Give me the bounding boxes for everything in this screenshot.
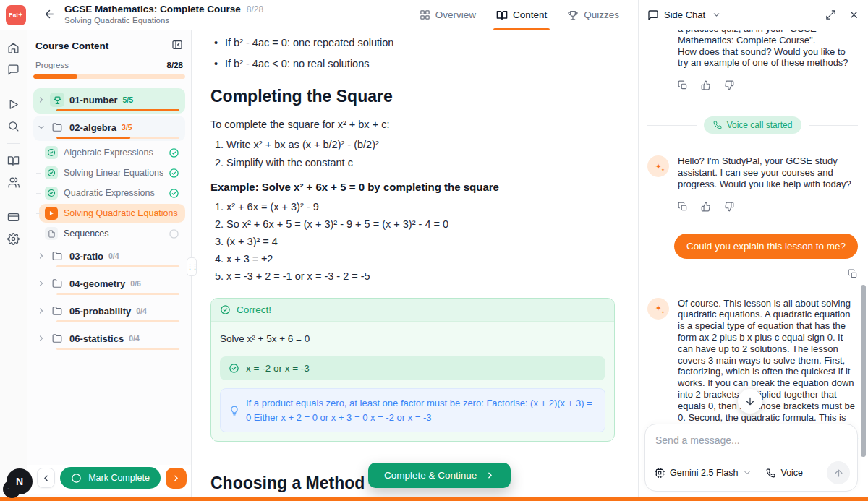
heading-completing-the-square: Completing the Square [210, 87, 616, 106]
library-icon[interactable] [7, 155, 20, 167]
mark-complete-button[interactable]: Mark Complete [60, 467, 161, 489]
completing-intro: To complete the square for x² + bx + c: [210, 119, 616, 130]
course-titles: GCSE Mathematics: Complete Course 8/28 S… [64, 4, 263, 25]
circle-icon [71, 473, 82, 484]
app-logo[interactable]: Pal✦ [6, 5, 26, 25]
previous-lesson-button[interactable] [37, 468, 55, 488]
section-06-statistics[interactable]: 06-statistics 0/4 [33, 327, 185, 352]
users-icon[interactable] [7, 176, 20, 189]
tab-overview[interactable]: Overview [420, 0, 476, 30]
bullet-item: If b² - 4ac < 0: no real solutions [210, 58, 616, 69]
section-label: 06-statistics [69, 333, 124, 344]
rail-divider [7, 200, 20, 200]
expand-icon[interactable] [825, 9, 836, 20]
quiz-hint-text: If a product equals zero, at least one f… [246, 396, 596, 424]
step-item: x = -3 + 2 = -1 or x = -3 - 2 = -5 [226, 270, 616, 282]
lesson-solving-linear-equations[interactable]: Solving Linear Equations [39, 163, 185, 182]
card-icon[interactable] [7, 211, 20, 223]
scroll-to-bottom-button[interactable] [738, 389, 762, 414]
quiz-question: Solve x² + 5x + 6 = 0 [220, 330, 605, 347]
panel-resize-handle[interactable]: ⋮⋮ [187, 257, 197, 276]
chat-scrollbar-thumb[interactable] [861, 285, 866, 457]
section-count: 0/4 [129, 334, 140, 343]
message-text: Hello? I'm StudyPal, your GCSE study ass… [678, 155, 858, 189]
section-04-geometry[interactable]: 04-geometry 0/6 [33, 272, 185, 297]
step-item: So x² + 6x + 5 = (x + 3)² - 9 + 5 = (x +… [226, 218, 616, 230]
tab-content[interactable]: Content [496, 0, 547, 30]
step-item: x + 3 = ±2 [226, 253, 616, 265]
avatar-initial: N [7, 468, 33, 494]
chevron-right-icon [36, 95, 46, 104]
book-icon [496, 9, 508, 21]
progress-bar [33, 74, 185, 79]
step-item: Write x² + bx as (x + b/2)² - (b/2)² [226, 139, 616, 150]
message-text: How does that sound? Would you like to t… [678, 46, 858, 69]
check-circle-icon [169, 168, 179, 179]
chat-message-input[interactable] [655, 434, 848, 446]
lesson-solving-quadratic-equations[interactable]: Solving Quadratic Equations [39, 204, 185, 223]
thumbs-down-icon[interactable] [724, 80, 734, 90]
close-icon[interactable] [848, 9, 859, 20]
lesson-content: If b² - 4ac = 0: one repeated solution I… [192, 30, 638, 497]
rail-divider [7, 87, 20, 87]
model-selector[interactable]: Gemini 2.5 Flash [655, 468, 752, 478]
lesson-nav-bar: Mark Complete [27, 465, 191, 494]
copy-icon[interactable] [678, 202, 688, 212]
copy-icon[interactable] [848, 269, 858, 279]
messages-icon[interactable] [7, 64, 20, 76]
chevron-right-icon [36, 334, 46, 343]
tab-quizzes[interactable]: Quizzes [567, 0, 619, 30]
next-lesson-button[interactable] [166, 468, 187, 489]
complete-and-continue-button[interactable]: Complete & Continue [368, 463, 511, 488]
sparkle-icon: ✦ [661, 167, 665, 172]
assistant-avatar: ✦✦ [647, 155, 669, 177]
user-avatar[interactable]: N [5, 467, 34, 496]
thumbs-up-icon[interactable] [701, 202, 711, 212]
send-message-button[interactable] [827, 461, 850, 484]
course-content-sidebar: Course Content Progress 8/28 01-number 5… [27, 30, 192, 497]
rail-divider [7, 143, 20, 144]
section-count: 0/4 [109, 252, 119, 260]
chevron-left-icon [41, 474, 51, 483]
lesson-subtitle: Solving Quadratic Equations [64, 16, 263, 25]
check-icon [45, 146, 58, 159]
quiz-hint: If a product equals zero, at least one f… [220, 388, 605, 432]
quiz-result-label: Correct! [237, 304, 271, 315]
side-chat-label: Side Chat [664, 9, 705, 20]
voice-button[interactable]: Voice [766, 468, 803, 478]
search-icon[interactable] [7, 120, 20, 132]
section-label: 01-number [69, 95, 117, 106]
trophy-icon [50, 93, 64, 107]
section-label: 05-probability [69, 306, 131, 317]
back-button[interactable] [43, 8, 56, 22]
top-tabs: Overview Content Quizzes [420, 0, 619, 30]
thumbs-up-icon[interactable] [701, 80, 711, 90]
phone-icon [713, 121, 722, 129]
quiz-answer: x = -2 or x = -3 [220, 356, 605, 380]
check-circle-icon [220, 304, 231, 315]
tab-quizzes-label: Quizzes [584, 9, 619, 20]
complete-and-continue-label: Complete & Continue [384, 470, 477, 481]
example-heading: Example: Solve x² + 6x + 5 = 0 by comple… [210, 181, 616, 193]
chat-input-box: Gemini 2.5 Flash Voice [644, 424, 858, 492]
chevron-down-icon[interactable] [712, 10, 721, 20]
tab-overview-label: Overview [435, 9, 476, 20]
collapse-sidebar-button[interactable] [171, 39, 183, 53]
play-icon[interactable] [7, 98, 20, 111]
section-05-probability[interactable]: 05-probability 0/4 [33, 299, 185, 325]
copy-icon[interactable] [678, 80, 688, 90]
check-icon [45, 187, 58, 200]
lesson-algebraic-expressions[interactable]: Algebraic Expressions [39, 143, 185, 162]
voice-label: Voice [780, 468, 803, 478]
thumbs-down-icon[interactable] [724, 202, 734, 212]
section-03-ratio[interactable]: 03-ratio 0/4 [33, 244, 185, 270]
circle-icon [169, 228, 179, 239]
settings-gear-icon[interactable] [7, 233, 20, 245]
lesson-sequences[interactable]: Sequences [39, 224, 185, 243]
step-item: (x + 3)² = 4 [226, 236, 616, 247]
sparkle-icon: ✦ [661, 309, 665, 314]
section-01-number[interactable]: 01-number 5/5 [33, 88, 185, 114]
home-icon[interactable] [7, 42, 20, 54]
section-02-algebra[interactable]: 02-algebra 3/5 [33, 116, 185, 141]
lesson-quadratic-expressions[interactable]: Quadratic Expressions [39, 184, 185, 202]
